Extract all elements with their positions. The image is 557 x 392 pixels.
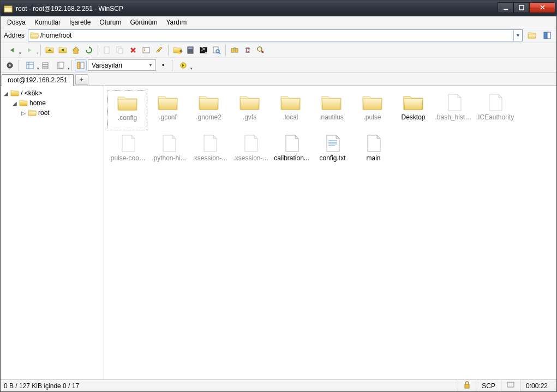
session-tab[interactable]: root@192.168.2.251 — [2, 74, 74, 86]
separator — [168, 45, 169, 56]
calculator-button[interactable] — [184, 44, 196, 56]
collapse-icon[interactable]: ◢ — [11, 100, 17, 106]
transfer-edit-button[interactable]: • — [157, 59, 169, 71]
menu-gorunum[interactable]: Görünüm — [125, 17, 161, 28]
window-controls — [498, 4, 555, 13]
delete-button[interactable] — [127, 44, 139, 56]
back-button[interactable] — [4, 44, 20, 56]
copy-button[interactable] — [114, 44, 126, 56]
item-label: .gconf — [159, 113, 177, 121]
main-toolbar: ✦ >_ — [1, 43, 556, 58]
item-label: main — [366, 154, 380, 162]
item-label: .gvfs — [243, 113, 256, 121]
close-button[interactable] — [529, 2, 555, 13]
sync-button[interactable] — [229, 44, 241, 56]
sync-browse-button[interactable] — [242, 44, 254, 56]
keepalive-button[interactable] — [175, 59, 191, 71]
new-folder-button[interactable]: ✦ — [171, 44, 183, 56]
file-item[interactable]: main — [353, 131, 394, 172]
svg-text:>_: >_ — [201, 46, 208, 53]
transfer-preset-value: Varsayılan — [92, 62, 147, 69]
file-item[interactable]: calibration... — [271, 131, 312, 172]
file-icon — [362, 132, 385, 153]
svg-rect-37 — [27, 62, 33, 69]
menu-dosya[interactable]: Dosya — [3, 17, 30, 28]
item-label: .config — [118, 114, 137, 122]
rename-button[interactable] — [153, 44, 165, 56]
toggle-tree-button[interactable] — [541, 29, 553, 41]
file-item[interactable]: .pulse-cookie — [107, 131, 148, 172]
separator — [19, 60, 19, 71]
folder-icon — [361, 92, 384, 112]
folder-tree[interactable]: ◢ / <kök> ◢ home ▷ root — [1, 86, 104, 379]
file-list[interactable]: .config.gconf.gnome2.gvfs.local.nautilus… — [104, 86, 556, 379]
forward-button[interactable] — [21, 44, 38, 56]
folder-item[interactable]: .gnome2 — [188, 91, 229, 131]
root-dir-button[interactable] — [57, 44, 69, 56]
open-folder-button[interactable] — [526, 29, 538, 41]
folder-item[interactable]: .gvfs — [229, 91, 270, 131]
properties-button[interactable] — [140, 44, 152, 56]
terminal-button[interactable]: >_ — [197, 44, 209, 56]
menu-isaretle[interactable]: İşaretle — [65, 17, 95, 28]
window-title: root - root@192.168.2.251 - WinSCP — [16, 5, 498, 13]
chevron-down-icon: ▼ — [147, 63, 154, 68]
svg-point-20 — [144, 50, 145, 51]
session-tabbar: root@192.168.2.251 + — [1, 73, 556, 86]
address-dropdown[interactable]: ▼ — [513, 30, 522, 41]
folder-item[interactable]: .pulse — [352, 91, 393, 131]
folder-icon — [19, 99, 28, 107]
file-item[interactable]: .bash_history — [434, 91, 475, 131]
collapse-icon[interactable]: ◢ — [3, 91, 9, 97]
tree-root-node[interactable]: ◢ / <kök> — [2, 88, 103, 98]
app-icon — [4, 4, 13, 13]
item-label: Desktop — [401, 113, 425, 121]
folder-icon — [320, 92, 343, 112]
file-item[interactable]: .ICEauthority — [475, 91, 516, 131]
folder-item[interactable]: .nautilus — [311, 91, 352, 131]
menu-oturum[interactable]: Oturum — [95, 17, 125, 28]
new-session-tab-button[interactable]: + — [75, 74, 88, 85]
folder-item[interactable]: Desktop — [393, 91, 434, 131]
menu-yardim[interactable]: Yardım — [161, 17, 191, 28]
folder-item[interactable]: .local — [270, 91, 311, 131]
file-icon — [321, 132, 344, 153]
maximize-button[interactable] — [513, 2, 529, 13]
svg-rect-11 — [547, 32, 550, 39]
transfer-settings-button[interactable] — [52, 59, 69, 71]
refresh-button[interactable] — [83, 44, 95, 56]
find-button[interactable] — [211, 44, 223, 56]
folder-item[interactable]: .gconf — [147, 91, 188, 131]
menu-komutlar[interactable]: Komutlar — [30, 17, 65, 28]
svg-text:✦: ✦ — [178, 47, 182, 55]
file-item[interactable]: .python-hi... — [148, 131, 189, 172]
folder-item[interactable]: .config — [107, 91, 147, 130]
parent-dir-button[interactable] — [44, 44, 56, 56]
file-item[interactable]: .xsession-... — [189, 131, 230, 172]
address-input[interactable] — [40, 30, 513, 41]
item-label: .bash_history — [435, 113, 474, 121]
transfer-preset-combo[interactable]: Varsayılan ▼ — [88, 59, 156, 71]
home-dir-button[interactable] — [70, 44, 82, 56]
svg-rect-15 — [118, 49, 123, 53]
queue-button[interactable] — [39, 59, 51, 71]
minimize-button[interactable] — [498, 2, 513, 13]
separator — [225, 45, 226, 56]
item-label: .python-hi... — [152, 154, 186, 162]
svg-point-19 — [144, 49, 145, 50]
edit-button[interactable] — [101, 44, 113, 56]
separator — [71, 60, 72, 71]
tree-home-node[interactable]: ◢ home — [2, 98, 103, 108]
tree-layout-button[interactable] — [75, 59, 87, 71]
file-item[interactable]: config.txt — [312, 131, 353, 172]
preferences-button[interactable] — [4, 59, 16, 71]
tree-current-node[interactable]: ▷ root — [2, 108, 103, 118]
file-item[interactable]: .xsession-... — [230, 131, 271, 172]
svg-rect-48 — [465, 384, 469, 388]
item-label: .gnome2 — [196, 113, 221, 121]
compare-button[interactable] — [255, 44, 267, 56]
expand-icon[interactable]: ▷ — [20, 110, 26, 116]
view-style-button[interactable] — [22, 59, 38, 71]
tree-node-label: home — [29, 99, 46, 107]
file-icon — [239, 132, 262, 153]
